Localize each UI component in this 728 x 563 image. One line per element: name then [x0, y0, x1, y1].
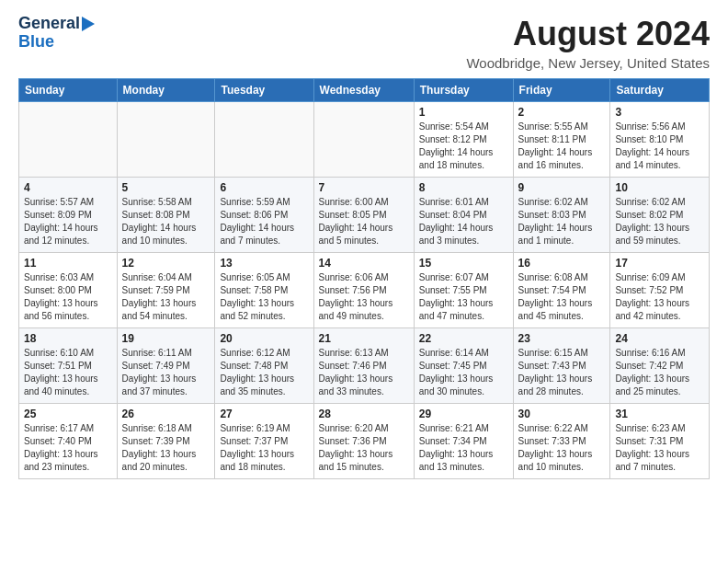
- day-number: 15: [419, 257, 508, 270]
- day-info: Sunrise: 5:59 AM Sunset: 8:06 PM Dayligh…: [220, 196, 308, 247]
- calendar-cell: 26Sunrise: 6:18 AM Sunset: 7:39 PM Dayli…: [117, 404, 215, 479]
- day-number: 11: [24, 257, 112, 270]
- col-header-sunday: Sunday: [19, 79, 118, 102]
- day-info: Sunrise: 6:17 AM Sunset: 7:40 PM Dayligh…: [24, 422, 112, 474]
- day-number: 26: [122, 408, 210, 420]
- week-row-4: 18Sunrise: 6:10 AM Sunset: 7:51 PM Dayli…: [19, 328, 710, 404]
- day-number: 24: [615, 332, 704, 345]
- day-number: 2: [518, 106, 606, 119]
- location-subtitle: Woodbridge, New Jersey, United States: [466, 55, 710, 71]
- calendar-cell: 21Sunrise: 6:13 AM Sunset: 7:46 PM Dayli…: [313, 328, 414, 404]
- col-header-thursday: Thursday: [414, 79, 513, 102]
- day-number: 17: [615, 257, 704, 270]
- day-info: Sunrise: 6:18 AM Sunset: 7:39 PM Dayligh…: [122, 422, 210, 474]
- calendar-cell: 27Sunrise: 6:19 AM Sunset: 7:37 PM Dayli…: [215, 404, 313, 479]
- calendar-cell: 14Sunrise: 6:06 AM Sunset: 7:56 PM Dayli…: [313, 253, 414, 328]
- day-info: Sunrise: 6:10 AM Sunset: 7:51 PM Dayligh…: [24, 347, 112, 398]
- logo-text-general: General: [18, 15, 80, 33]
- calendar-cell: 9Sunrise: 6:02 AM Sunset: 8:03 PM Daylig…: [513, 178, 610, 253]
- day-info: Sunrise: 6:08 AM Sunset: 7:54 PM Dayligh…: [518, 271, 606, 323]
- day-info: Sunrise: 6:14 AM Sunset: 7:45 PM Dayligh…: [419, 347, 508, 398]
- day-info: Sunrise: 6:11 AM Sunset: 7:49 PM Dayligh…: [122, 347, 210, 398]
- day-info: Sunrise: 5:55 AM Sunset: 8:11 PM Dayligh…: [518, 121, 606, 172]
- day-info: Sunrise: 6:03 AM Sunset: 8:00 PM Dayligh…: [24, 271, 112, 323]
- day-number: 3: [615, 106, 704, 119]
- day-number: 19: [122, 332, 210, 345]
- calendar-cell: 2Sunrise: 5:55 AM Sunset: 8:11 PM Daylig…: [513, 102, 610, 178]
- calendar-cell: 5Sunrise: 5:58 AM Sunset: 8:08 PM Daylig…: [117, 178, 215, 253]
- calendar-cell: 3Sunrise: 5:56 AM Sunset: 8:10 PM Daylig…: [610, 102, 710, 178]
- week-row-2: 4Sunrise: 5:57 AM Sunset: 8:09 PM Daylig…: [19, 178, 710, 253]
- day-info: Sunrise: 5:56 AM Sunset: 8:10 PM Dayligh…: [615, 121, 704, 172]
- calendar-cell: 15Sunrise: 6:07 AM Sunset: 7:55 PM Dayli…: [414, 253, 513, 328]
- day-info: Sunrise: 6:19 AM Sunset: 7:37 PM Dayligh…: [220, 422, 308, 474]
- calendar-cell: 10Sunrise: 6:02 AM Sunset: 8:02 PM Dayli…: [610, 178, 710, 253]
- day-info: Sunrise: 6:20 AM Sunset: 7:36 PM Dayligh…: [319, 422, 409, 474]
- day-info: Sunrise: 6:07 AM Sunset: 7:55 PM Dayligh…: [419, 271, 508, 323]
- day-info: Sunrise: 6:15 AM Sunset: 7:43 PM Dayligh…: [518, 347, 606, 398]
- calendar-cell: 13Sunrise: 6:05 AM Sunset: 7:58 PM Dayli…: [215, 253, 313, 328]
- calendar-cell: 1Sunrise: 5:54 AM Sunset: 8:12 PM Daylig…: [414, 102, 513, 178]
- calendar-cell: 30Sunrise: 6:22 AM Sunset: 7:33 PM Dayli…: [513, 404, 610, 479]
- day-number: 28: [319, 408, 409, 420]
- day-number: 1: [419, 106, 508, 119]
- col-header-saturday: Saturday: [610, 79, 710, 102]
- calendar-cell: 29Sunrise: 6:21 AM Sunset: 7:34 PM Dayli…: [414, 404, 513, 479]
- day-number: 30: [518, 408, 606, 420]
- day-info: Sunrise: 6:06 AM Sunset: 7:56 PM Dayligh…: [319, 271, 409, 323]
- day-info: Sunrise: 5:58 AM Sunset: 8:08 PM Dayligh…: [122, 196, 210, 247]
- calendar-cell: 22Sunrise: 6:14 AM Sunset: 7:45 PM Dayli…: [414, 328, 513, 404]
- calendar-cell: 4Sunrise: 5:57 AM Sunset: 8:09 PM Daylig…: [19, 178, 118, 253]
- col-header-monday: Monday: [117, 79, 215, 102]
- day-info: Sunrise: 6:16 AM Sunset: 7:42 PM Dayligh…: [615, 347, 704, 398]
- day-info: Sunrise: 5:54 AM Sunset: 8:12 PM Dayligh…: [419, 121, 508, 172]
- day-number: 4: [24, 181, 112, 194]
- day-number: 10: [615, 181, 704, 194]
- day-info: Sunrise: 6:04 AM Sunset: 7:59 PM Dayligh…: [122, 271, 210, 323]
- logo-arrow-icon: [82, 17, 95, 31]
- month-title: August 2024: [466, 15, 710, 53]
- col-header-tuesday: Tuesday: [215, 79, 313, 102]
- calendar-cell: 31Sunrise: 6:23 AM Sunset: 7:31 PM Dayli…: [610, 404, 710, 479]
- logo: General Blue: [18, 15, 95, 52]
- calendar-cell: [19, 102, 118, 178]
- calendar-cell: 6Sunrise: 5:59 AM Sunset: 8:06 PM Daylig…: [215, 178, 313, 253]
- calendar-table: SundayMondayTuesdayWednesdayThursdayFrid…: [18, 78, 710, 479]
- logo-text-blue: Blue: [18, 33, 54, 52]
- col-header-wednesday: Wednesday: [313, 79, 414, 102]
- calendar-cell: 12Sunrise: 6:04 AM Sunset: 7:59 PM Dayli…: [117, 253, 215, 328]
- day-info: Sunrise: 6:00 AM Sunset: 8:05 PM Dayligh…: [319, 196, 409, 247]
- calendar-cell: 23Sunrise: 6:15 AM Sunset: 7:43 PM Dayli…: [513, 328, 610, 404]
- day-number: 18: [24, 332, 112, 345]
- day-info: Sunrise: 6:09 AM Sunset: 7:52 PM Dayligh…: [615, 271, 704, 323]
- day-info: Sunrise: 5:57 AM Sunset: 8:09 PM Dayligh…: [24, 196, 112, 247]
- day-number: 21: [319, 332, 409, 345]
- day-number: 8: [419, 181, 508, 194]
- day-info: Sunrise: 6:21 AM Sunset: 7:34 PM Dayligh…: [419, 422, 508, 474]
- day-number: 13: [220, 257, 308, 270]
- day-number: 23: [518, 332, 606, 345]
- title-area: August 2024 Woodbridge, New Jersey, Unit…: [466, 15, 710, 71]
- calendar-cell: 7Sunrise: 6:00 AM Sunset: 8:05 PM Daylig…: [313, 178, 414, 253]
- day-number: 7: [319, 181, 409, 194]
- day-number: 22: [419, 332, 508, 345]
- day-number: 5: [122, 181, 210, 194]
- calendar-cell: 25Sunrise: 6:17 AM Sunset: 7:40 PM Dayli…: [19, 404, 118, 479]
- calendar-cell: 11Sunrise: 6:03 AM Sunset: 8:00 PM Dayli…: [19, 253, 118, 328]
- day-number: 31: [615, 408, 704, 420]
- day-info: Sunrise: 6:02 AM Sunset: 8:02 PM Dayligh…: [615, 196, 704, 247]
- day-info: Sunrise: 6:02 AM Sunset: 8:03 PM Dayligh…: [518, 196, 606, 247]
- calendar-cell: 24Sunrise: 6:16 AM Sunset: 7:42 PM Dayli…: [610, 328, 710, 404]
- calendar-cell: [215, 102, 313, 178]
- day-number: 29: [419, 408, 508, 420]
- calendar-cell: 17Sunrise: 6:09 AM Sunset: 7:52 PM Dayli…: [610, 253, 710, 328]
- calendar-cell: 16Sunrise: 6:08 AM Sunset: 7:54 PM Dayli…: [513, 253, 610, 328]
- day-number: 27: [220, 408, 308, 420]
- day-info: Sunrise: 6:05 AM Sunset: 7:58 PM Dayligh…: [220, 271, 308, 323]
- day-number: 12: [122, 257, 210, 270]
- day-info: Sunrise: 6:22 AM Sunset: 7:33 PM Dayligh…: [518, 422, 606, 474]
- col-header-friday: Friday: [513, 79, 610, 102]
- day-number: 14: [319, 257, 409, 270]
- calendar-cell: 8Sunrise: 6:01 AM Sunset: 8:04 PM Daylig…: [414, 178, 513, 253]
- day-number: 9: [518, 181, 606, 194]
